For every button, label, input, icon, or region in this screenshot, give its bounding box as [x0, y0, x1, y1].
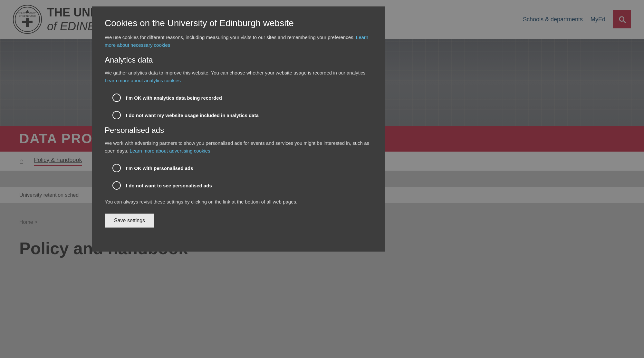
save-settings-button[interactable]: Save settings: [105, 214, 154, 228]
ads-opt2-item: I do not want to see personalised ads: [105, 178, 372, 193]
analytics-description: We gather analytics data to improve this…: [105, 69, 372, 85]
ads-section-title: Personalised ads: [105, 126, 372, 135]
ads-radio-group: I'm OK with personalised ads I do not wa…: [105, 161, 372, 193]
modal-title: Cookies on the University of Edinburgh w…: [105, 18, 372, 28]
ads-description: We work with advertising partners to sho…: [105, 139, 372, 155]
analytics-opt2-radio[interactable]: [112, 111, 121, 119]
ads-opt2-label: I do not want to see personalised ads: [126, 183, 212, 188]
modal-intro-text: We use cookies for different reasons, in…: [105, 34, 372, 49]
ads-opt1-item: I'm OK with personalised ads: [105, 161, 372, 175]
analytics-radio-group: I'm OK with analytics data being recorde…: [105, 90, 372, 123]
analytics-opt1-item: I'm OK with analytics data being recorde…: [105, 90, 372, 105]
ads-opt1-radio[interactable]: [112, 164, 121, 172]
analytics-opt1-radio[interactable]: [112, 94, 121, 102]
ads-opt2-radio[interactable]: [112, 181, 121, 190]
analytics-opt2-label: I do not want my website usage included …: [126, 113, 259, 118]
footer-note: You can always revisit these settings by…: [105, 198, 372, 206]
advertising-cookies-link[interactable]: Learn more about advertising cookies: [130, 148, 210, 154]
ads-opt1-label: I'm OK with personalised ads: [126, 165, 193, 171]
analytics-section-title: Analytics data: [105, 55, 372, 65]
analytics-cookies-link[interactable]: Learn more about analytics cookies: [105, 78, 181, 83]
analytics-opt2-item: I do not want my website usage included …: [105, 108, 372, 123]
analytics-opt1-label: I'm OK with analytics data being recorde…: [126, 95, 222, 101]
cookie-consent-modal: Cookies on the University of Edinburgh w…: [92, 6, 385, 252]
